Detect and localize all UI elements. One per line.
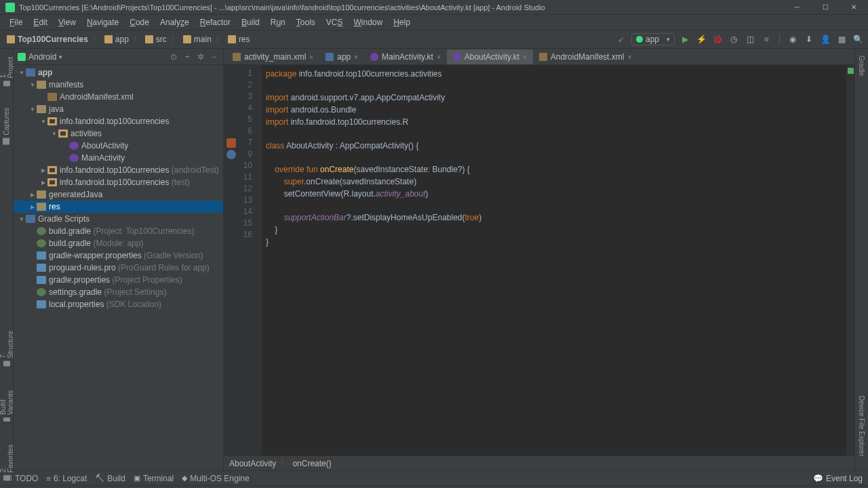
navigation-bar: Top100Currencies 〉 app 〉 src 〉 main 〉 re… [0,30,868,49]
project-view-selector[interactable]: Android [28,52,56,62]
breadcrumb-function[interactable]: onCreate() [292,459,331,468]
analysis-ok-icon [848,68,854,74]
collapse-all-icon[interactable]: ÷ [182,52,192,62]
editor-breadcrumb: AboutActivity〉onCreate() [224,455,854,470]
menu-file[interactable]: File [5,16,26,28]
breadcrumb-item[interactable]: src [142,35,170,44]
menu-view[interactable]: View [54,16,80,28]
menu-help[interactable]: Help [389,16,414,28]
captures-tool-tab[interactable]: Captures [1,104,12,149]
project-tool-tab[interactable]: 1: Project [0,52,16,90]
breadcrumb-item[interactable]: app [102,35,132,44]
bottom-tab-build[interactable]: 🔨 Build [95,474,125,483]
search-everywhere-button[interactable]: 🔍 [852,33,864,45]
bottom-tab-logcat[interactable]: ≡ 6: Logcat [46,474,87,483]
device-file-explorer-tab[interactable]: Device File Explorer [856,392,867,460]
minimize-button[interactable]: ─ [783,0,811,15]
menu-analyze[interactable]: Analyze [156,16,193,28]
structure-tool-tab[interactable]: 7: Structure [0,325,16,371]
resource-manager-button[interactable]: ▦ [835,33,848,45]
editor-tab[interactable]: app× [319,49,364,64]
window-title: Top100Currencies [E:\Android\Projects\To… [19,3,545,12]
settings-icon[interactable]: ✲ [196,52,205,62]
editor-area: activity_main.xml× app× MainActivity.kt×… [224,49,854,470]
scroll-from-source-icon[interactable]: ⊙ [169,52,178,62]
menu-navigate[interactable]: Navigate [83,16,123,28]
project-tool-window: Android ▾ ⊙ ÷ ✲ − ▼app ▼manifests Androi… [14,49,224,470]
android-icon [18,53,26,61]
close-icon[interactable]: × [523,54,527,61]
override-marker-icon[interactable] [226,150,236,159]
close-icon[interactable]: × [627,54,631,61]
run-button[interactable]: ▶ [679,33,691,45]
breadcrumb-root[interactable]: Top100Currencies [4,35,91,44]
bottom-tab-multios[interactable]: ◆ Multi-OS Engine [182,474,249,483]
project-tree[interactable]: ▼app ▼manifests AndroidManifest.xml ▼jav… [14,65,223,470]
sync-icon[interactable]: ↙ [615,33,627,45]
close-button[interactable]: ✕ [840,0,868,15]
android-studio-icon [5,3,15,12]
event-log-button[interactable]: 💬 Event Log [813,474,863,483]
apply-changes-button[interactable]: ⚡ [695,33,707,45]
menu-edit[interactable]: Edit [29,16,52,28]
left-tool-strip: 1: Project Captures 7: Structure Build V… [0,49,14,470]
bottom-tool-strip: ☑ TODO ≡ 6: Logcat 🔨 Build ▣ Terminal ◆ … [0,470,868,485]
maximize-button[interactable]: ☐ [811,0,840,15]
build-variants-tool-tab[interactable]: Build Variants [0,384,16,426]
editor-tab[interactable]: activity_main.xml× [226,49,319,64]
menu-refactor[interactable]: Refactor [196,16,235,28]
override-marker-icon[interactable] [226,138,236,148]
menu-tools[interactable]: Tools [292,16,319,28]
status-bar: Gradle build finished in 5 s 670 ms (42 … [0,485,868,488]
line-gutter[interactable]: 123456 7 9 10111213141516 [224,65,262,455]
editor-tab[interactable]: AndroidManifest.xml× [533,49,638,64]
debug-button[interactable]: 🐞 [711,33,724,45]
close-icon[interactable]: × [437,54,441,61]
editor-tab[interactable]: MainActivity.kt× [364,49,447,64]
favorites-tool-tab[interactable]: 2: Favorites [0,439,16,485]
bottom-tab-terminal[interactable]: ▣ Terminal [134,474,174,483]
menu-run[interactable]: Run [267,16,290,28]
menu-build[interactable]: Build [237,16,264,28]
hide-button[interactable]: − [210,52,219,62]
breadcrumb-item[interactable]: main [180,35,214,44]
editor-tabs: activity_main.xml× app× MainActivity.kt×… [224,49,854,65]
tree-node-res: ▶res [14,201,223,213]
menu-code[interactable]: Code [125,16,153,28]
breadcrumb-item[interactable]: res [225,35,253,44]
run-configuration[interactable]: app [631,33,675,45]
close-icon[interactable]: × [354,54,358,61]
avd-manager-button[interactable]: ◉ [787,33,799,45]
right-tool-strip: Gradle Device File Explorer [854,49,868,470]
editor-tab-active[interactable]: AboutActivity.kt× [447,49,533,64]
title-bar: Top100Currencies [E:\Android\Projects\To… [0,0,868,15]
breadcrumb-class[interactable]: AboutActivity [229,459,276,468]
attach-debugger-button[interactable]: ◫ [744,33,756,45]
profile-button[interactable]: ◷ [728,33,740,45]
close-icon[interactable]: × [309,54,313,61]
error-stripe[interactable] [846,65,854,455]
menu-bar: File Edit View Navigate Code Analyze Ref… [0,15,868,30]
menu-vcs[interactable]: VCS [322,16,347,28]
stop-button[interactable]: ■ [760,33,772,45]
sdk-manager-button[interactable]: ⬇ [803,33,815,45]
code-editor[interactable]: package info.fandroid.top100currencies.a… [262,65,846,455]
android-profiler-button[interactable]: 👤 [819,33,831,45]
gradle-tool-tab[interactable]: Gradle [856,52,867,80]
menu-window[interactable]: Window [349,16,387,28]
